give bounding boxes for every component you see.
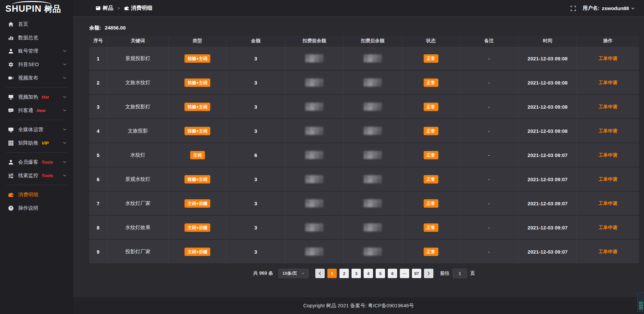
pagination-page-button[interactable]: 6 bbox=[388, 269, 397, 278]
sidebar-item-douyin-seo[interactable]: 抖音SEO bbox=[0, 58, 73, 71]
column-header: 时间 bbox=[519, 36, 577, 46]
type-badge: 主词+后缀 bbox=[184, 199, 211, 208]
sidebar-item-all-media-operation[interactable]: 全媒体运营 bbox=[0, 123, 73, 136]
row-index: 3 bbox=[89, 95, 107, 118]
type-badge: 前缀+主词 bbox=[184, 103, 211, 111]
row-index: 5 bbox=[89, 143, 107, 167]
masked-balance-after bbox=[364, 151, 382, 159]
remark-cell: - bbox=[460, 71, 519, 94]
remark-cell: - bbox=[460, 240, 519, 263]
pagination-page-button[interactable]: 2 bbox=[339, 269, 349, 278]
sidebar-item-instructions[interactable]: ? 操作说明 bbox=[0, 201, 73, 215]
sidebar-item-matrix-boost[interactable]: 矩阵助推 VIP bbox=[0, 136, 73, 150]
pagination-next-button[interactable] bbox=[424, 269, 433, 278]
remark-cell: - bbox=[460, 119, 519, 143]
type-badge: 前缀+主词 bbox=[184, 127, 211, 135]
masked-balance-before bbox=[305, 248, 323, 256]
column-header: 关键词 bbox=[107, 36, 169, 46]
pagination-page-button[interactable]: 4 bbox=[364, 269, 373, 278]
work-order-link[interactable]: 工单申请 bbox=[599, 56, 618, 61]
chevron-down-icon bbox=[63, 174, 66, 176]
remark-cell: - bbox=[460, 95, 519, 118]
column-header: 操作 bbox=[577, 36, 639, 46]
breadcrumb-home[interactable]: 树品 bbox=[103, 5, 113, 12]
grid-icon bbox=[8, 140, 14, 146]
floating-side-widget[interactable] bbox=[637, 293, 644, 312]
pagination-page-button[interactable]: 5 bbox=[376, 269, 385, 278]
sidebar-item-home[interactable]: 首页 bbox=[0, 17, 73, 31]
sidebar-item-video-heat[interactable]: 视频加热 Hot bbox=[0, 90, 73, 104]
username-dropdown[interactable]: 用户名: zswodun88 bbox=[583, 5, 635, 11]
chevron-down-icon bbox=[631, 7, 635, 9]
balance-label: 余额: bbox=[89, 25, 101, 31]
sidebar-item-douketong[interactable]: 抖客通 New bbox=[0, 104, 73, 117]
pagination-ellipsis-button[interactable]: ··· bbox=[400, 269, 409, 278]
work-order-link[interactable]: 工单申请 bbox=[599, 80, 618, 85]
status-badge: 正常 bbox=[424, 248, 438, 256]
tools-badge: Tools bbox=[42, 173, 53, 178]
bar-chart-icon bbox=[8, 35, 14, 41]
time-cell: 2021-12-03 09:07 bbox=[519, 240, 577, 263]
status-badge: 正常 bbox=[424, 103, 438, 111]
masked-balance-before bbox=[305, 54, 323, 62]
sidebar-item-video-publish[interactable]: 视频发布 bbox=[0, 71, 73, 85]
chevron-down-icon bbox=[63, 63, 66, 65]
masked-balance-before bbox=[305, 199, 323, 207]
pagination-prev-button[interactable] bbox=[315, 269, 325, 278]
keyword-cell: 水纹灯效果 bbox=[107, 216, 169, 239]
status-badge: 正常 bbox=[424, 175, 438, 184]
keyword-cell: 水纹灯 bbox=[107, 143, 169, 167]
time-cell: 2021-12-03 09:07 bbox=[519, 216, 577, 239]
masked-balance-after bbox=[364, 199, 382, 207]
pagination-page-button[interactable]: 1 bbox=[327, 269, 337, 278]
pagination-page-button[interactable]: 97 bbox=[412, 269, 421, 278]
pagination-page-button[interactable]: 3 bbox=[352, 269, 361, 278]
menu-divider bbox=[6, 185, 67, 185]
svg-text:?: ? bbox=[10, 206, 12, 210]
type-badge: 前缀+主词 bbox=[184, 78, 211, 87]
sidebar-item-label: 会员爆客 bbox=[18, 159, 38, 165]
sidebar-item-member-baoke[interactable]: 会员爆客 Tools bbox=[0, 155, 73, 169]
work-order-link[interactable]: 工单申请 bbox=[599, 249, 618, 254]
work-order-link[interactable]: 工单申请 bbox=[599, 225, 618, 230]
sidebar-item-label: 消费明细 bbox=[18, 192, 38, 198]
masked-balance-after bbox=[364, 223, 382, 231]
time-cell: 2021-12-03 09:08 bbox=[519, 71, 577, 94]
work-order-link[interactable]: 工单申请 bbox=[599, 128, 618, 134]
row-index: 2 bbox=[89, 71, 107, 94]
masked-balance-after bbox=[364, 175, 382, 183]
new-badge: New bbox=[37, 108, 46, 113]
chat-icon bbox=[8, 108, 14, 113]
work-order-link[interactable]: 工单申请 bbox=[599, 152, 618, 158]
screen-icon bbox=[8, 94, 14, 100]
column-header: 备注 bbox=[460, 36, 519, 46]
amount-cell: 3 bbox=[226, 95, 285, 118]
table-row: 3 文旅投影灯 前缀+主词 3 正常 - 2021-12-03 09:08 工单… bbox=[89, 95, 639, 118]
sidebar-item-account-management[interactable]: 账号管理 bbox=[0, 44, 73, 58]
menu-divider bbox=[6, 120, 67, 120]
page-size-select[interactable]: 10条/页 bbox=[278, 269, 309, 278]
chevron-down-icon bbox=[63, 109, 66, 111]
status-badge: 正常 bbox=[424, 223, 438, 232]
amount-cell: 3 bbox=[226, 119, 285, 143]
main-content: 余额: 24856.00 序号 关键词 类型 金额 扣费前余额 扣费后余额 状态… bbox=[73, 17, 644, 297]
pagination: 共 969 条 10条/页 1 2 3 4 5 6 ··· 97 前往 页 bbox=[89, 269, 639, 278]
row-index: 1 bbox=[89, 47, 107, 70]
fullscreen-icon[interactable] bbox=[571, 6, 576, 11]
row-index: 6 bbox=[89, 167, 107, 191]
sidebar-item-clue-monitor[interactable]: 线索监控 Tools bbox=[0, 169, 73, 182]
work-order-link[interactable]: 工单申请 bbox=[599, 176, 618, 182]
breadcrumb-current: 消费明细 bbox=[131, 5, 153, 12]
status-badge: 正常 bbox=[424, 199, 438, 208]
sidebar-item-consumption-details[interactable]: 消费明细 bbox=[0, 188, 73, 201]
sidebar-item-label: 抖客通 bbox=[18, 107, 33, 114]
amount-cell: 3 bbox=[226, 71, 285, 94]
work-order-link[interactable]: 工单申请 bbox=[599, 104, 618, 109]
goto-page-input[interactable] bbox=[452, 269, 467, 278]
time-cell: 2021-12-03 09:08 bbox=[519, 119, 577, 143]
table-row: 5 水纹灯 主词 6 正常 - 2021-12-03 09:07 工单申请 bbox=[89, 143, 639, 167]
work-order-link[interactable]: 工单申请 bbox=[599, 201, 618, 206]
consumption-table: 序号 关键词 类型 金额 扣费前余额 扣费后余额 状态 备注 时间 操作 1 景… bbox=[89, 35, 639, 264]
amount-cell: 3 bbox=[226, 216, 285, 239]
sidebar-item-data-overview[interactable]: 数据总览 bbox=[0, 31, 73, 44]
